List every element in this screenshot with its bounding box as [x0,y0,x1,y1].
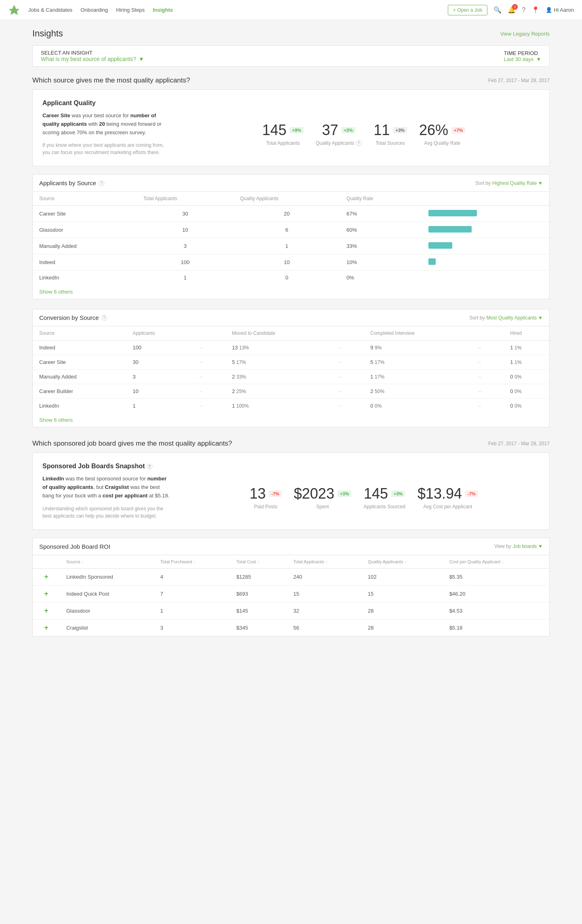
chevron-down-icon: ▼ [538,180,543,186]
stat-badge: +3% [391,491,405,497]
location-icon[interactable]: 📍 [531,6,540,14]
roi-purchased: 7 [154,585,230,602]
applicants-count: 10 [126,384,192,399]
table-info-icon[interactable]: ? [99,180,104,186]
open-job-button[interactable]: + Open a Job [448,5,487,15]
roi-toggle[interactable]: + [33,568,60,585]
stat-total-sources: 11 +3% Total Sources [374,122,407,146]
stat-applicants-sourced: 145 +3% Applicants Sourced [363,485,405,510]
section1-date: Feb 27, 2017 - Mar 28, 2017 [488,78,550,83]
arrow-icon: → [192,384,226,399]
moved-count: 2 25% [226,384,330,399]
roi-quality-app: 28 [361,602,443,619]
roi-cost: $693 [230,585,287,602]
table-row: LinkedIn 1 0 0% [33,271,549,285]
table-header-row: Source Total Applicants Quality Applican… [33,192,549,206]
quality-applicants-info-icon[interactable]: ? [356,140,362,146]
logo[interactable] [8,4,20,16]
conversion-by-source-table: Conversion by Source ? Sort by Most Qual… [32,309,550,427]
nav-onboarding[interactable]: Onboarding [80,7,108,13]
col-purchased: Total Purchased ↕ [154,555,230,569]
sponsored-note-text: Understanding which sponsored job board … [42,505,172,520]
hired-count: 0 0% [504,370,549,384]
time-select[interactable]: Last 30 days ▼ [504,56,541,62]
arrow-icon: → [470,340,504,355]
sort-value[interactable]: Most Quality Applicants ▼ [486,315,543,321]
stat-avg-cost: $13.94 -7% Avg Cost per Applicant [418,485,478,510]
legacy-reports-link[interactable]: View Legacy Reports [500,31,550,37]
stat-label: Total Applicants [262,140,304,146]
arrow-icon: → [330,340,364,355]
col-cost: Total Cost ↕ [230,555,287,569]
notifications-icon[interactable]: 🔔 2 [508,6,516,14]
source-name: Indeed [33,340,126,355]
insight-select[interactable]: What is my best source of applicants? ▼ [41,56,144,62]
source-name: Manually Added [33,370,126,384]
table-row: Career Site 30 20 67% [33,206,549,222]
col-hired: Hired [504,326,549,340]
table-row: Indeed 100 10 10% [33,254,549,271]
sponsored-info-icon[interactable]: ? [147,464,152,469]
sort-value[interactable]: Highest Quality Rate ▼ [492,180,543,186]
roi-total-app: 56 [287,619,361,636]
source-name: Manually Added [33,238,137,254]
section-sponsored: Which sponsored job board gives me the m… [32,440,550,636]
arrow-icon: → [192,370,226,384]
roi-toggle[interactable]: + [33,585,60,602]
interview-count: 1 17% [364,370,470,384]
interview-count: 2 50% [364,384,470,399]
roi-cpqa: $4.53 [443,602,549,619]
total-applicants: 3 [137,238,234,254]
stat-badge: -7% [269,491,282,497]
user-menu[interactable]: 👤 Hi Aaron [546,7,574,13]
roi-cost: $1285 [230,568,287,585]
moved-count: 5 17% [226,355,330,370]
quality-rate: 10% [340,254,422,271]
roi-toggle[interactable]: + [33,602,60,619]
card-title: Applicant Quality [42,99,540,107]
navbar: Jobs & Candidates Onboarding Hiring Step… [0,0,582,20]
roi-total-app: 240 [287,568,361,585]
notification-badge: 2 [512,4,518,10]
quality-bar [422,206,549,222]
roi-data-table: Source ↕ Total Purchased ↕ Total Cost ↕ … [33,555,549,636]
sponsored-source1: LinkedIn [42,476,64,482]
arrow-icon: → [330,370,364,384]
applicants-by-source-table: Applicants by Source ? Sort by Highest Q… [32,174,550,299]
arrow-icon: → [192,399,226,413]
source-name: Career Site [33,355,126,370]
help-icon[interactable]: ? [522,6,525,14]
interview-count: 9 9% [364,340,470,355]
hired-count: 0 0% [504,399,549,413]
stat-badge: +3% [393,127,407,133]
nav-hiring-steps[interactable]: Hiring Steps [116,7,145,13]
nav-insights[interactable]: Insights [153,7,173,13]
section1-title: Which source gives me the most quality a… [32,76,190,85]
quality-applicants: 20 [234,206,340,222]
aq-source-name: Career Site [42,112,70,118]
roi-toggle[interactable]: + [33,619,60,636]
table-row: Manually Added 3 1 33% [33,238,549,254]
stat-paid-posts: 13 -7% Paid Posts [249,485,282,510]
nav-jobs[interactable]: Jobs & Candidates [28,7,72,13]
col-total: Total Applicants [137,192,234,206]
table-info-icon[interactable]: ? [101,315,107,321]
table-row: LinkedIn 1 → 1 100% → 0 0% → 0 0% [33,399,549,413]
quality-rate: 60% [340,222,422,238]
col-source: Source [33,326,126,340]
col-applicants: Applicants [126,326,192,340]
show-others-link[interactable]: Show 6 others [33,285,549,299]
show-others-link[interactable]: Show 6 others [33,413,549,427]
chevron-down-icon: ▼ [538,543,543,549]
card-title: Sponsored Job Boards Snapshot ? [42,463,540,470]
search-icon[interactable]: 🔍 [493,6,502,14]
total-applicants: 30 [137,206,234,222]
col-source: Source ↕ [60,555,154,569]
stat-avg-quality-rate: 26% +7% Avg Quality Rate [419,122,465,146]
col-moved: Moved to Candidate [226,326,330,340]
roi-source: Indeed Quick Post [60,585,154,602]
section2-date: Feb 27, 2017 - Mar 28, 2017 [488,441,550,446]
stat-total-applicants: 145 +9% Total Applicants [262,122,304,146]
view-by-value[interactable]: Job boards ▼ [513,543,543,549]
roi-cost: $145 [230,602,287,619]
